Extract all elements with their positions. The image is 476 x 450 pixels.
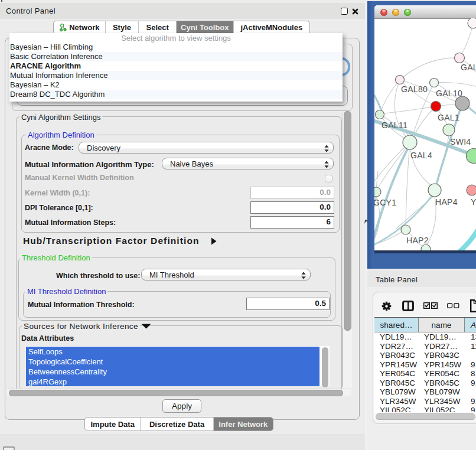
svg-text:SWI4: SWI4 — [450, 137, 471, 146]
svg-text:GAL10: GAL10 — [436, 89, 462, 98]
svg-text:Y: Y — [471, 197, 476, 207]
svg-text:HAP4: HAP4 — [435, 197, 458, 207]
svg-text:GAL1: GAL1 — [438, 113, 459, 122]
svg-text:GAL4: GAL4 — [410, 151, 432, 160]
svg-text:GCY1: GCY1 — [374, 198, 396, 207]
svg-text:GAL7: GAL7 — [461, 63, 476, 72]
svg-text:HAP2: HAP2 — [406, 236, 429, 245]
svg-text:GAL80: GAL80 — [401, 84, 428, 94]
svg-text:GAL11: GAL11 — [382, 120, 407, 130]
